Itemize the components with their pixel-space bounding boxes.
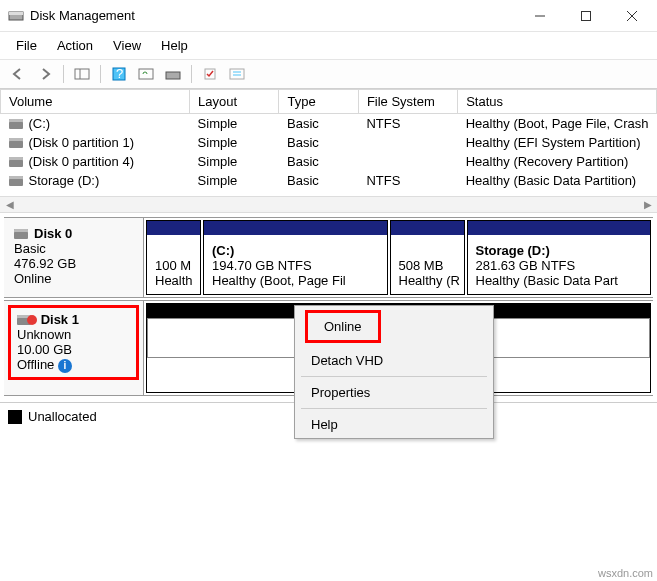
table-row[interactable]: (Disk 0 partition 4) Simple Basic Health… [1,152,657,171]
svg-rect-11 [166,72,180,79]
disk1-highlight: Disk 1 Unknown 10.00 GB Offline i [8,305,139,380]
forward-button[interactable] [33,63,57,85]
volume-table: Volume Layout Type File System Status (C… [0,89,657,190]
col-volume[interactable]: Volume [1,90,190,114]
disk-row-0: Disk 0 Basic 476.92 GB Online 100 MHealt… [4,217,653,298]
error-badge-icon [27,315,37,325]
context-menu: Online Detach VHD Properties Help [294,305,494,439]
scroll-left-icon[interactable]: ◀ [2,199,17,210]
refresh-button[interactable] [134,63,158,85]
show-hide-tree-button[interactable] [70,63,94,85]
close-button[interactable] [609,1,655,31]
settings-button[interactable] [225,63,249,85]
window-title: Disk Management [30,8,517,23]
menu-separator [301,408,487,409]
col-fs[interactable]: File System [358,90,457,114]
menu-online-highlight: Online [305,310,381,343]
partition[interactable]: 100 MHealth [146,220,201,295]
back-button[interactable] [6,63,30,85]
legend-label: Unallocated [28,409,97,424]
info-icon[interactable]: i [58,359,72,373]
partition-c[interactable]: (C:)194.70 GB NTFSHealthy (Boot, Page Fi… [203,220,388,295]
menu-item-detach-vhd[interactable]: Detach VHD [295,347,493,374]
col-type[interactable]: Type [279,90,358,114]
menu-help[interactable]: Help [151,34,198,57]
menu-separator [301,376,487,377]
menu-bar: File Action View Help [0,32,657,60]
table-row[interactable]: (Disk 0 partition 1) Simple Basic Health… [1,133,657,152]
menu-item-properties[interactable]: Properties [295,379,493,406]
disk1-header[interactable]: Disk 1 Unknown 10.00 GB Offline i [4,301,144,395]
volume-icon [9,176,23,186]
svg-text:?: ? [116,67,123,81]
menu-item-help[interactable]: Help [295,411,493,438]
legend-swatch-unallocated [8,410,22,424]
app-icon [8,6,24,25]
menu-action[interactable]: Action [47,34,103,57]
svg-rect-1 [9,12,23,15]
table-row[interactable]: (C:) Simple Basic NTFS Healthy (Boot, Pa… [1,114,657,134]
horizontal-scrollbar[interactable]: ◀ ▶ [0,196,657,213]
partition-d[interactable]: Storage (D:)281.63 GB NTFSHealthy (Basic… [467,220,652,295]
watermark: wsxdn.com [598,567,653,579]
toolbar: ? [0,60,657,89]
menu-item-online[interactable]: Online [324,319,362,334]
svg-rect-10 [139,69,153,79]
disk-row-1: Disk 1 Unknown 10.00 GB Offline i Online… [4,300,653,396]
partition[interactable]: 508 MBHealthy (R [390,220,465,295]
scroll-right-icon[interactable]: ▶ [640,199,655,210]
table-row[interactable]: Storage (D:) Simple Basic NTFS Healthy (… [1,171,657,190]
svg-rect-6 [75,69,89,79]
volume-icon [9,138,23,148]
col-status[interactable]: Status [458,90,657,114]
menu-file[interactable]: File [6,34,47,57]
action-list-button[interactable] [198,63,222,85]
disk-icon [14,229,28,239]
volume-icon [9,157,23,167]
col-layout[interactable]: Layout [190,90,279,114]
help-button[interactable]: ? [107,63,131,85]
svg-rect-3 [582,11,591,20]
disk0-header[interactable]: Disk 0 Basic 476.92 GB Online [4,218,144,297]
minimize-button[interactable] [517,1,563,31]
title-bar: Disk Management [0,0,657,32]
volume-icon [9,119,23,129]
menu-view[interactable]: View [103,34,151,57]
svg-rect-13 [230,69,244,79]
maximize-button[interactable] [563,1,609,31]
rescan-button[interactable] [161,63,185,85]
